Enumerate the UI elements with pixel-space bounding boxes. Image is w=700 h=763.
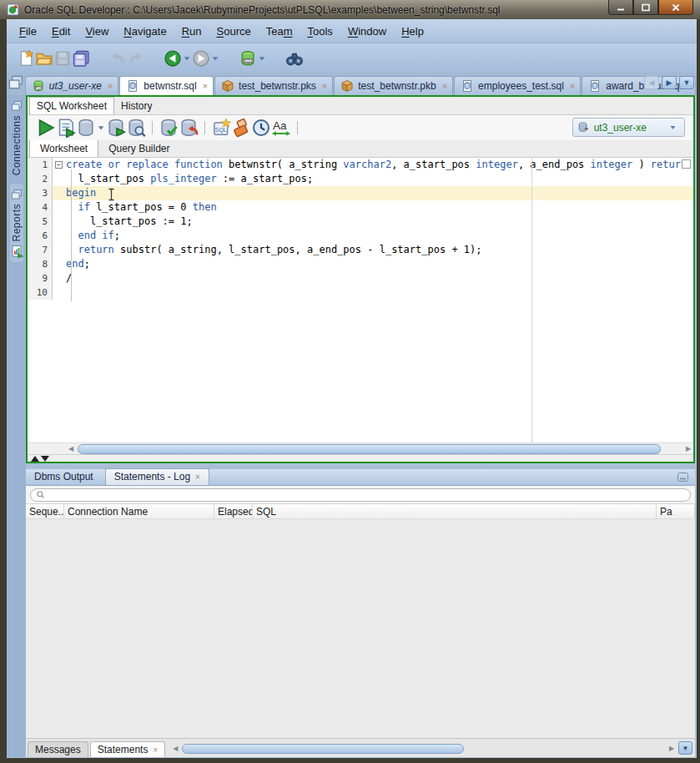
editor-split-handle[interactable] bbox=[682, 159, 691, 169]
maximize-button[interactable] bbox=[633, 0, 658, 15]
back-icon[interactable] bbox=[164, 49, 182, 68]
sql-file-icon bbox=[588, 79, 602, 93]
run-script-icon[interactable] bbox=[56, 118, 76, 138]
close-tab-icon[interactable]: × bbox=[570, 82, 575, 90]
caret-down-icon[interactable] bbox=[668, 123, 677, 132]
search-box[interactable] bbox=[30, 488, 691, 502]
doc-tab-ut3-user-xe[interactable]: SQLut3_user-xe× bbox=[25, 76, 119, 95]
log-tab-statements-log[interactable]: Statements - Log× bbox=[105, 468, 209, 485]
log-table-body[interactable] bbox=[26, 519, 695, 738]
doc-tab-test-betwnstr-pkb[interactable]: test_betwnstr.pkb× bbox=[334, 76, 453, 95]
code-line-5[interactable]: 5 l_start_pos := 1; bbox=[28, 215, 693, 229]
scrollbar-thumb[interactable] bbox=[182, 744, 464, 754]
view-tab-worksheet[interactable]: Worksheet bbox=[29, 139, 98, 157]
caret-down-icon[interactable] bbox=[257, 49, 267, 68]
reports-icon bbox=[10, 245, 23, 258]
menu-window[interactable]: Window bbox=[340, 22, 394, 41]
column-header-pa[interactable]: Pa bbox=[657, 504, 695, 518]
footer-tab-statements[interactable]: Statements× bbox=[90, 741, 166, 757]
scroll-left-icon[interactable]: ◀ bbox=[170, 745, 180, 752]
explain-plan-icon[interactable] bbox=[106, 118, 126, 138]
editor-horizontal-scrollbar[interactable]: ◀ ▶ bbox=[28, 442, 693, 454]
close-tab-icon[interactable]: × bbox=[442, 82, 447, 90]
footer-tab-messages[interactable]: Messages bbox=[28, 741, 88, 757]
menu-view[interactable]: View bbox=[78, 22, 116, 41]
column-header-seque-[interactable]: Seque... bbox=[26, 504, 64, 518]
connection-selector[interactable]: ut3_user-xe bbox=[572, 118, 685, 137]
caret-down-icon[interactable] bbox=[210, 49, 220, 68]
menu-navigate[interactable]: Navigate bbox=[116, 22, 174, 41]
code-line-2[interactable]: 2 l_start_pos pls_integer := a_start_pos… bbox=[28, 172, 693, 186]
caret-down-icon[interactable] bbox=[96, 119, 106, 137]
open-folder-icon[interactable] bbox=[35, 49, 53, 68]
scrollbar-thumb[interactable] bbox=[78, 444, 661, 454]
close-tab-icon[interactable]: × bbox=[195, 472, 200, 482]
autotrace-icon[interactable] bbox=[76, 118, 96, 138]
doc-tab-test-betwnstr-pks[interactable]: test_betwnstr.pks× bbox=[214, 76, 333, 95]
log-tab-dbms-output[interactable]: Dbms Output bbox=[26, 469, 102, 485]
tab-list-dropdown-icon[interactable]: ▼ bbox=[679, 76, 694, 89]
menu-team[interactable]: Team bbox=[259, 22, 300, 41]
close-tab-icon[interactable]: × bbox=[203, 82, 208, 90]
menu-edit[interactable]: Edit bbox=[44, 22, 78, 41]
menu-file[interactable]: File bbox=[12, 22, 44, 41]
scroll-right-icon[interactable]: ▶ bbox=[667, 745, 677, 752]
code-line-1[interactable]: 1−create or replace function betwnstr( a… bbox=[28, 158, 693, 172]
close-button[interactable] bbox=[658, 0, 693, 15]
footer-dropdown-icon[interactable]: ▼ bbox=[678, 741, 692, 755]
panel-tab-sql-worksheet[interactable]: SQL Worksheet bbox=[29, 97, 114, 114]
forward-icon[interactable] bbox=[192, 49, 210, 68]
code-line-6[interactable]: 6 end if; bbox=[28, 229, 693, 243]
sql-tuning-advisor-icon[interactable] bbox=[126, 118, 146, 138]
code-line-3[interactable]: 3begin bbox=[28, 186, 693, 200]
sidebar-tab-reports[interactable]: Reports bbox=[10, 184, 23, 262]
sql-history-icon[interactable] bbox=[251, 118, 271, 138]
code-line-7[interactable]: 7 return substr( a_string, l_start_pos, … bbox=[28, 243, 693, 257]
scroll-tabs-left-icon[interactable]: ◀ bbox=[644, 76, 659, 89]
code-line-8[interactable]: 8end; bbox=[28, 257, 693, 271]
menu-tools[interactable]: Tools bbox=[300, 22, 340, 41]
column-header-sql[interactable]: SQL bbox=[253, 504, 657, 518]
commit-icon[interactable] bbox=[159, 118, 179, 138]
close-tab-icon[interactable]: × bbox=[322, 82, 327, 90]
doc-tab-betwnstr-sql[interactable]: betwnstr.sql× bbox=[119, 76, 214, 95]
code-line-10[interactable]: 10 bbox=[28, 285, 693, 300]
editor-splitter-control[interactable] bbox=[28, 454, 693, 462]
title-bar[interactable]: Oracle SQL Developer : C:\Users\Jacek\Ru… bbox=[0, 0, 700, 19]
menu-help[interactable]: Help bbox=[394, 22, 431, 41]
view-tab-query-builder[interactable]: Query Builder bbox=[98, 140, 179, 157]
save-all-icon[interactable] bbox=[72, 49, 90, 68]
clear-icon[interactable] bbox=[231, 118, 251, 138]
column-header-elapsed[interactable]: Elapsed bbox=[214, 504, 253, 518]
footer-horizontal-scrollbar[interactable]: ◀ ▶ bbox=[170, 741, 677, 755]
sidebar-tab-connections[interactable]: Connections bbox=[10, 97, 23, 175]
caret-down-icon[interactable] bbox=[182, 49, 192, 68]
minimize-button[interactable] bbox=[608, 0, 633, 15]
close-tab-icon[interactable]: × bbox=[108, 82, 113, 90]
toggle-case-icon[interactable]: Aa bbox=[271, 118, 291, 138]
close-tab-icon[interactable]: × bbox=[153, 745, 158, 755]
minimize-panel-icon[interactable] bbox=[677, 472, 688, 482]
run-statement-icon[interactable] bbox=[36, 118, 56, 138]
column-header-connection-name[interactable]: Connection Name bbox=[64, 504, 214, 518]
find-icon[interactable] bbox=[285, 49, 304, 68]
code-line-9[interactable]: 9/ bbox=[28, 271, 693, 285]
line-number: 8 bbox=[28, 257, 53, 271]
doc-tab-employees-test-sql[interactable]: employees_test.sql× bbox=[454, 76, 581, 95]
unshared-worksheet-icon[interactable]: SQL bbox=[211, 118, 231, 138]
code-editor[interactable]: 1−create or replace function betwnstr( a… bbox=[28, 158, 693, 442]
menu-run[interactable]: Run bbox=[174, 22, 209, 41]
new-file-icon[interactable] bbox=[17, 49, 35, 68]
menu-source[interactable]: Source bbox=[209, 22, 259, 41]
connections-icon[interactable]: SQL bbox=[239, 49, 257, 68]
scrollbar-track[interactable] bbox=[180, 744, 667, 754]
scroll-left-icon[interactable]: ◀ bbox=[66, 445, 76, 452]
scrollbar-track[interactable] bbox=[76, 444, 683, 454]
fold-toggle-icon[interactable]: − bbox=[55, 161, 63, 169]
search-input[interactable] bbox=[48, 490, 685, 500]
scroll-right-icon[interactable]: ▶ bbox=[683, 445, 693, 452]
code-line-4[interactable]: 4 if l_start_pos = 0 then bbox=[28, 200, 693, 215]
scroll-tabs-right-icon[interactable]: ▶ bbox=[662, 76, 677, 89]
panel-tab-history[interactable]: History bbox=[114, 98, 159, 114]
rollback-icon[interactable] bbox=[179, 118, 199, 138]
